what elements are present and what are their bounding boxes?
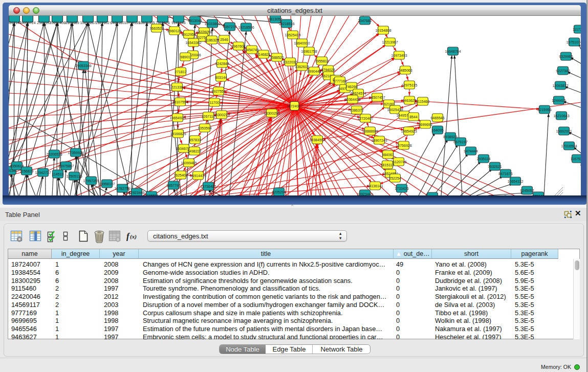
svg-text:10154808: 10154808 [375,29,391,32]
svg-text:17359924: 17359924 [68,151,83,155]
svg-text:9857791: 9857791 [166,184,180,187]
svg-text:8471676: 8471676 [498,172,512,176]
svg-text:803144: 803144 [215,76,227,79]
svg-text:2047682: 2047682 [358,19,372,23]
svg-text:29053346: 29053346 [75,64,91,68]
svg-text:8544: 8544 [409,115,418,119]
svg-text:8101689: 8101689 [65,21,79,25]
svg-text:15692971: 15692971 [556,129,572,133]
svg-text:20206536: 20206536 [46,152,62,156]
svg-text:7632621: 7632621 [488,165,502,168]
svg-text:18507457: 18507457 [369,96,385,99]
svg-text:6466160: 6466160 [110,21,124,25]
svg-text:9463627: 9463627 [402,99,416,102]
svg-text:10756928: 10756928 [396,144,411,147]
svg-text:10688609: 10688609 [362,129,378,133]
svg-text:6205294: 6205294 [272,190,286,194]
svg-text:8813054: 8813054 [268,17,282,21]
svg-text:16210643: 16210643 [553,114,569,118]
svg-text:8912954: 8912954 [182,33,195,36]
svg-text:12923446: 12923446 [128,191,144,194]
svg-text:8813044: 8813044 [188,19,202,23]
svg-text:12213383: 12213383 [169,85,185,89]
svg-text:9329966: 9329966 [559,55,573,58]
svg-text:15300215: 15300215 [213,113,229,117]
svg-text:19958107: 19958107 [99,182,115,186]
svg-text:252254: 252254 [389,177,401,180]
svg-text:8990448: 8990448 [307,70,321,73]
svg-text:1244415: 1244415 [552,99,565,102]
svg-text:6794028: 6794028 [321,68,335,72]
svg-text:7386372: 7386372 [350,108,363,112]
svg-text:9146821: 9146821 [256,53,270,56]
svg-text:20691406: 20691406 [49,21,65,25]
svg-text:1733426: 1733426 [395,187,408,190]
svg-text:7625402: 7625402 [173,173,187,177]
svg-text:16648784: 16648784 [445,50,461,53]
svg-text:9142446: 9142446 [171,21,185,25]
svg-text:1117334: 1117334 [573,28,581,31]
svg-text:34624574: 34624574 [350,92,366,95]
svg-text:557833: 557833 [189,138,201,142]
svg-text:1815112: 1815112 [381,163,395,167]
svg-text:12213967: 12213967 [382,40,398,44]
svg-text:98901: 98901 [180,55,190,59]
svg-text:9115460: 9115460 [416,100,430,103]
svg-text:1167534: 1167534 [571,157,581,161]
svg-text:23975867: 23975867 [58,164,74,168]
svg-text:9245052: 9245052 [520,189,534,192]
svg-text:19218506: 19218506 [238,26,254,29]
svg-text:8186323: 8186323 [205,38,219,42]
svg-text:15751074: 15751074 [566,40,581,44]
svg-text:12975115: 12975115 [402,83,418,87]
svg-text:1353594: 1353594 [198,126,211,130]
svg-text:1362615: 1362615 [295,65,309,69]
svg-text:20364436: 20364436 [344,98,360,101]
svg-text:14055724: 14055724 [19,21,35,25]
svg-text:8960124: 8960124 [167,29,181,33]
svg-text:16961758: 16961758 [301,50,317,53]
svg-text:8454749: 8454749 [245,48,258,52]
svg-text:6679197: 6679197 [453,140,467,144]
svg-text:10653267: 10653267 [80,21,96,25]
svg-text:18640910: 18640910 [294,41,310,45]
svg-text:7955812: 7955812 [315,59,329,63]
svg-text:9245033: 9245033 [425,195,439,196]
svg-text:13736485: 13736485 [200,185,216,188]
svg-text:164095: 164095 [431,128,443,132]
svg-text:16782759: 16782759 [114,187,130,190]
svg-text:8322037: 8322037 [283,60,297,64]
svg-text:114519: 114519 [52,172,64,176]
svg-text:9777169: 9777169 [333,79,346,83]
svg-text:7485063: 7485063 [398,69,412,72]
svg-text:10973493: 10973493 [391,54,407,57]
svg-text:10719155: 10719155 [124,21,140,25]
svg-text:16099485: 16099485 [181,161,197,165]
svg-text:1156829: 1156829 [20,169,34,173]
svg-text:9474444: 9474444 [464,149,477,153]
svg-text:10654112: 10654112 [508,180,524,183]
svg-text:7357274: 7357274 [223,25,236,29]
svg-text:18107554: 18107554 [172,100,188,104]
svg-text:2967608: 2967608 [231,45,245,48]
svg-text:9465546: 9465546 [430,116,444,120]
svg-text:17957255: 17957255 [83,179,99,183]
svg-text:685641: 685641 [532,194,544,196]
svg-text:271817: 271817 [175,70,186,74]
svg-text:8015584: 8015584 [144,194,158,196]
svg-text:19166825: 19166825 [170,132,186,136]
svg-text:16914479: 16914479 [190,174,206,178]
svg-text:19654935: 19654935 [169,116,185,120]
svg-text:12942737: 12942737 [35,171,51,174]
svg-text:19218516: 19218516 [278,22,294,26]
svg-text:7663522: 7663522 [149,27,163,30]
svg-text:13525419: 13525419 [285,33,300,37]
svg-text:1527602: 1527602 [95,21,109,25]
svg-text:8927552: 8927552 [211,90,225,93]
svg-text:11700: 11700 [210,101,220,104]
svg-text:9242848: 9242848 [215,62,229,65]
svg-text:16033809: 16033809 [204,22,220,26]
svg-text:8938923: 8938923 [443,135,457,139]
svg-text:2546: 2546 [220,38,228,41]
svg-text:18907249: 18907249 [371,139,387,142]
